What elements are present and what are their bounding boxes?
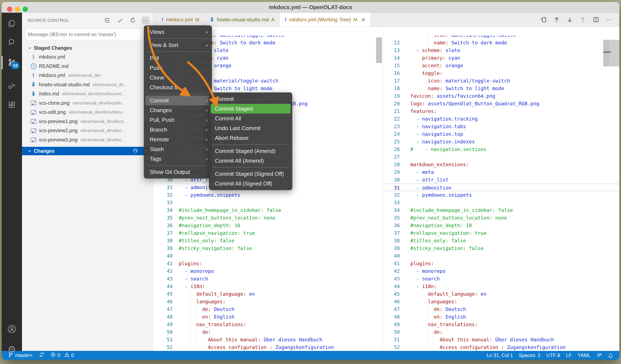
commit-check-icon[interactable]: [116, 17, 124, 24]
menu-item-commit-all[interactable]: Commit All: [209, 114, 292, 123]
menu-item-commit-staged-amend-[interactable]: Commit Staged (Amend): [209, 146, 292, 156]
code-line[interactable]: 52 Access configuration : Zugangskonfigu…: [383, 344, 619, 351]
code-line[interactable]: 41plugins:: [383, 260, 619, 267]
menu-item-commit-all-amend-[interactable]: Commit All (Amend): [209, 156, 292, 166]
staged-changes-section-header[interactable]: Staged Changes: [22, 44, 153, 52]
code-line[interactable]: 13 - scheme: slate: [383, 47, 619, 54]
close-window-button[interactable]: [7, 7, 12, 12]
previous-change-arrow-up-icon[interactable]: [553, 16, 561, 23]
code-line[interactable]: 44 - i18n:: [383, 283, 619, 290]
code-line[interactable]: 40: [383, 252, 619, 260]
indentation-status[interactable]: Spaces: 2: [516, 353, 543, 358]
code-line[interactable]: 36#navigation_depth: 10: [383, 222, 619, 229]
code-line[interactable]: 19favicon: assets/favicon64.png: [383, 92, 619, 100]
code-line[interactable]: 48 en: English: [153, 313, 383, 321]
code-line[interactable]: 45 default_language: en: [383, 290, 619, 298]
code-line[interactable]: 43 - search: [383, 275, 619, 283]
code-line[interactable]: 17 icon: material/toggle-switch: [383, 77, 619, 85]
code-line[interactable]: 22 - navigation.tracking: [383, 115, 619, 123]
tab-active[interactable]: !mkdocs.yml (Working Tree)M×: [280, 13, 370, 27]
menu-item-view-sort[interactable]: View & Sort›: [144, 40, 212, 50]
code-line[interactable]: 27: [383, 153, 619, 161]
code-line[interactable]: 33: [383, 199, 619, 207]
notifications-bell-icon[interactable]: [605, 353, 616, 358]
code-line[interactable]: 20logo: assets/OpenOlat_Button_Quadrat_R…: [383, 100, 619, 107]
menu-item-commit-staged[interactable]: Commit Staged: [211, 104, 291, 114]
menu-item-push[interactable]: Push: [144, 63, 212, 73]
code-line[interactable]: 12 name: Switch to dark mode: [383, 39, 619, 47]
menu-item-changes[interactable]: Changes›: [144, 105, 212, 115]
account-icon[interactable]: [7, 324, 17, 334]
menu-item-tags[interactable]: Tags›: [144, 154, 212, 164]
code-line[interactable]: 14 primary: cyan: [383, 54, 619, 62]
menu-item-pull-push[interactable]: Pull, Push›: [144, 115, 212, 125]
code-line[interactable]: 31 - admonition: [383, 184, 619, 191]
menu-item-checkout-to-[interactable]: Checkout to...: [144, 83, 212, 92]
split-editor-icon[interactable]: [592, 16, 600, 23]
code-line[interactable]: 28markdown_extensions:: [383, 161, 619, 168]
code-line[interactable]: 49 nav_translations:: [383, 321, 619, 328]
code-line[interactable]: 37#collapse_navigation: true: [383, 229, 619, 237]
close-tab-icon[interactable]: ×: [362, 17, 365, 23]
code-line[interactable]: 42 - monorepo: [383, 267, 619, 275]
code-line[interactable]: 46 languages:: [383, 298, 619, 305]
code-line[interactable]: 51 About this manual: Über dieses Handbu…: [153, 336, 383, 344]
code-line[interactable]: 25 - navigation.indexes: [383, 138, 619, 145]
code-line[interactable]: 26# - navigation.sections: [383, 145, 619, 153]
more-actions-icon[interactable]: [605, 16, 613, 23]
sync-changes-button[interactable]: [36, 352, 47, 359]
menu-item-pull[interactable]: Pull: [144, 53, 212, 63]
code-line[interactable]: 37#collapse_navigation: true: [153, 229, 383, 237]
staged-file-row[interactable]: !mkdocs.yml: [22, 52, 153, 62]
code-line[interactable]: 47 de: Deutsch: [383, 305, 619, 313]
code-line[interactable]: 34#include_homepage_in_sidebar: false: [383, 207, 619, 214]
staged-file-row[interactable]: ⬇index.mdsites/manual_dev/docs/docume...: [22, 89, 153, 99]
code-line[interactable]: 40: [153, 252, 383, 260]
menu-item-abort-rebase[interactable]: Abort Rebase: [209, 133, 292, 143]
code-line[interactable]: 50 de:: [383, 328, 619, 336]
code-line[interactable]: icon: material/toggle-switch: [383, 35, 619, 39]
zoom-window-button[interactable]: [23, 7, 28, 12]
code-line[interactable]: 32 - pymdownx.snippets: [383, 191, 619, 199]
menu-item-commit-staged-signed-off-[interactable]: Commit Staged (Signed Off): [209, 169, 292, 179]
code-line[interactable]: 34#include_homepage_in_sidebar: false: [153, 207, 383, 214]
code-line[interactable]: 33: [153, 199, 383, 207]
cursor-position-status[interactable]: Ln 31, Col 1: [484, 353, 516, 358]
extensions-icon[interactable]: [7, 100, 17, 110]
more-actions-icon[interactable]: [141, 17, 150, 24]
minimap-slider[interactable]: [609, 40, 619, 66]
search-icon[interactable]: [7, 37, 17, 47]
code-line[interactable]: 51 About this manual: Über dieses Handbu…: [383, 336, 619, 344]
staged-file-row[interactable]: !mkdocs.ymlsites/manual_dev: [22, 71, 153, 80]
refresh-icon[interactable]: [129, 17, 137, 24]
code-line[interactable]: 48 en: English: [383, 313, 619, 321]
code-line[interactable]: 41plugins:: [153, 260, 383, 267]
source-control-icon[interactable]: 10: [7, 57, 17, 68]
tab[interactable]: !mkdocs.ymlM: [156, 13, 205, 27]
eol-status[interactable]: LF: [563, 353, 575, 358]
problems-status[interactable]: 0 0: [47, 352, 77, 359]
code-line[interactable]: 47 de: Deutsch: [153, 305, 383, 313]
menu-item-branch[interactable]: Branch›: [144, 125, 212, 135]
right-pane-scrollbar[interactable]: [603, 40, 609, 66]
menu-item-clone[interactable]: Clone: [144, 73, 212, 83]
staged-file-row[interactable]: vcs-preview3.pngsites/manual_dev/doc...: [22, 135, 153, 145]
title-bar[interactable]: mkdocs.yml — OpenOLAT-docs: [2, 2, 619, 13]
menu-item-remote[interactable]: Remote›: [144, 135, 212, 144]
discard-all-changes-icon[interactable]: [132, 148, 138, 155]
staged-file-row[interactable]: vcs-clone.pngsites/manual_dev/docs/do...: [22, 99, 153, 108]
code-line[interactable]: 38#titles_only: false: [383, 237, 619, 244]
staged-file-row[interactable]: vcs-preview1.pngsites/manual_dev/docs...: [22, 117, 153, 126]
run-and-debug-icon[interactable]: [7, 81, 17, 91]
menu-item-commit[interactable]: Commit›: [146, 96, 210, 105]
feedback-icon[interactable]: [593, 353, 605, 358]
explorer-icon[interactable]: [7, 19, 17, 29]
staged-file-row[interactable]: iREADME.md: [22, 62, 153, 71]
code-line[interactable]: 23 - navigation.tabs: [383, 123, 619, 130]
menu-item-commit[interactable]: Commit: [209, 94, 292, 104]
code-line[interactable]: 15 accent: orange: [383, 62, 619, 69]
staged-file-row[interactable]: vcs-preview2.pngsites/manual_dev/doc...: [22, 126, 153, 135]
code-line[interactable]: 52 Access configuration : Zugangskonfigu…: [153, 344, 383, 351]
changes-section-header[interactable]: Changes: [22, 147, 153, 155]
code-line[interactable]: 21features:: [383, 107, 619, 115]
